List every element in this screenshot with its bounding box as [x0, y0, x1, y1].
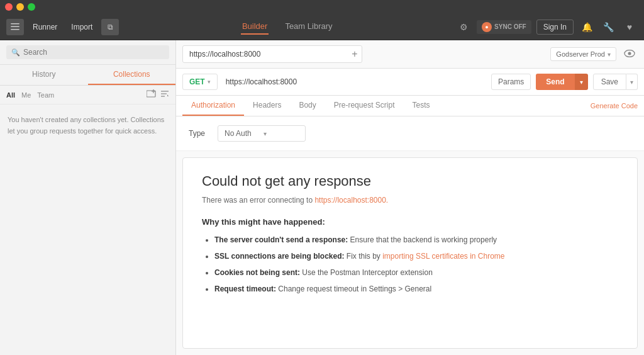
- sidebar-toggle-button[interactable]: [6, 19, 24, 35]
- tab-tests[interactable]: Tests: [403, 96, 438, 116]
- list-item: Cookies not being sent: Use the Postman …: [214, 267, 618, 278]
- tab-collections[interactable]: Collections: [88, 65, 176, 85]
- params-button[interactable]: Params: [491, 74, 531, 90]
- request-bar: GET ▾ Params Send ▾ Save ▾: [176, 69, 644, 96]
- error-reason-2-link[interactable]: importing SSL certificates in Chrome: [382, 252, 504, 261]
- environment-selector[interactable]: Godserver Prod ▾: [550, 47, 616, 61]
- wrench-icon[interactable]: 🔧: [600, 19, 616, 35]
- error-reason-2-bold: SSL connections are being blocked:: [214, 252, 345, 261]
- tab-builder[interactable]: Builder: [241, 19, 269, 35]
- env-dropdown-arrow: ▾: [608, 51, 611, 58]
- runner-button[interactable]: Runner: [28, 20, 62, 34]
- send-dropdown-button[interactable]: ▾: [575, 74, 588, 90]
- sync-indicator: ●: [482, 22, 492, 32]
- eye-button[interactable]: [621, 47, 638, 62]
- tab-authorization[interactable]: Authorization: [182, 96, 244, 116]
- auth-type-select[interactable]: No Auth ▾: [218, 125, 306, 142]
- sync-button[interactable]: ● SYNC OFF: [477, 20, 531, 34]
- method-dropdown-arrow: ▾: [208, 79, 211, 85]
- request-tabs: Authorization Headers Body Pre-request S…: [176, 96, 644, 116]
- save-dropdown-button[interactable]: ▾: [626, 74, 638, 90]
- error-reason-4-bold: Request timeout:: [214, 285, 276, 293]
- auth-type-arrow: ▾: [264, 130, 299, 137]
- auth-section: Type No Auth ▾: [176, 116, 644, 151]
- nav-right: ⚙ ● SYNC OFF Sign In 🔔 🔧 ♥: [455, 19, 638, 35]
- sidebar-tabs: History Collections: [0, 65, 175, 86]
- method-label: GET: [189, 77, 205, 86]
- save-button-group: Save ▾: [593, 74, 638, 90]
- close-button[interactable]: [5, 3, 13, 11]
- svg-rect-2: [11, 29, 19, 30]
- error-subtitle-prefix: There was an error connecting to: [202, 196, 314, 205]
- sidebar-empty-message: You haven't created any collections yet.…: [0, 104, 175, 147]
- search-icon: 🔍: [11, 48, 20, 57]
- error-reason-1-bold: The server couldn't send a response:: [214, 235, 348, 244]
- filter-team[interactable]: Team: [37, 91, 54, 99]
- url-tab-input[interactable]: [183, 46, 348, 62]
- env-label: Godserver Prod: [556, 50, 605, 58]
- method-select[interactable]: GET ▾: [182, 74, 218, 90]
- error-reason-3-text: Use the Postman Interceptor extension: [302, 268, 432, 277]
- tab-history[interactable]: History: [0, 65, 88, 85]
- filter-all[interactable]: All: [6, 91, 15, 99]
- signin-button[interactable]: Sign In: [536, 20, 574, 35]
- add-tab-button[interactable]: +: [348, 48, 361, 60]
- new-collection-icon[interactable]: [147, 89, 157, 100]
- error-reason-4-text: Change request timeout in Settings > Gen…: [278, 285, 431, 293]
- titlebar: [0, 0, 644, 14]
- topnav: Runner Import ⧉ Builder Team Library ⚙ ●…: [0, 14, 644, 40]
- heart-icon[interactable]: ♥: [621, 19, 638, 35]
- url-bar: + Godserver Prod ▾: [176, 40, 644, 69]
- error-panel: Could not get any response There was an …: [182, 157, 638, 349]
- send-button[interactable]: Send: [536, 74, 574, 90]
- search-box[interactable]: 🔍: [6, 45, 169, 59]
- tab-team-library[interactable]: Team Library: [284, 19, 333, 35]
- error-title: Could not get any response: [202, 173, 618, 189]
- maximize-button[interactable]: [28, 3, 35, 11]
- tab-headers[interactable]: Headers: [244, 96, 290, 116]
- tab-body[interactable]: Body: [290, 96, 325, 116]
- sidebar: 🔍 History Collections All Me Team: [0, 40, 176, 355]
- error-subtitle-url[interactable]: https://localhost:8000.: [314, 196, 388, 205]
- list-item: SSL connections are being blocked: Fix t…: [214, 251, 618, 262]
- error-reason-list: The server couldn't send a response: Ens…: [202, 234, 618, 295]
- error-subtitle: There was an error connecting to https:/…: [202, 196, 618, 205]
- filter-labels: All Me Team: [6, 91, 143, 99]
- generate-code-button[interactable]: Generate Code: [591, 102, 638, 110]
- sidebar-search-area: 🔍: [0, 40, 175, 65]
- tab-pre-request[interactable]: Pre-request Script: [325, 96, 404, 116]
- auth-type-value: No Auth: [225, 129, 260, 138]
- request-url-input[interactable]: [223, 74, 486, 89]
- nav-left: Runner Import ⧉: [6, 19, 119, 35]
- filter-me[interactable]: Me: [21, 91, 31, 99]
- error-reason-1-text: Ensure that the backend is working prope…: [350, 235, 497, 244]
- url-tab-area: +: [182, 45, 362, 63]
- svg-rect-0: [11, 23, 19, 25]
- request-tab-list: Authorization Headers Body Pre-request S…: [182, 96, 438, 116]
- save-button[interactable]: Save: [593, 74, 626, 90]
- svg-point-10: [628, 52, 631, 55]
- sync-label: SYNC OFF: [494, 23, 526, 30]
- minimize-button[interactable]: [16, 3, 24, 11]
- import-button[interactable]: Import: [66, 20, 97, 34]
- new-window-button[interactable]: ⧉: [101, 19, 119, 35]
- error-reason-2-text: Fix this by: [347, 252, 382, 261]
- error-why-title: Why this might have happened:: [202, 217, 618, 227]
- error-reason-3-bold: Cookies not being sent:: [214, 268, 300, 277]
- svg-rect-1: [11, 26, 19, 28]
- notification-icon[interactable]: 🔔: [579, 19, 595, 35]
- content-area: + Godserver Prod ▾ GET ▾ Params: [176, 40, 644, 355]
- sort-icon[interactable]: [160, 89, 169, 100]
- main-layout: 🔍 History Collections All Me Team: [0, 40, 644, 355]
- list-item: Request timeout: Change request timeout …: [214, 283, 618, 295]
- collections-toolbar: All Me Team: [0, 86, 175, 104]
- list-item: The server couldn't send a response: Ens…: [214, 234, 618, 245]
- auth-type-label: Type: [189, 129, 205, 138]
- send-button-group: Send ▾: [536, 74, 587, 90]
- settings-icon[interactable]: ⚙: [455, 19, 472, 35]
- nav-center: Builder Team Library: [119, 19, 455, 35]
- search-input[interactable]: [23, 48, 164, 57]
